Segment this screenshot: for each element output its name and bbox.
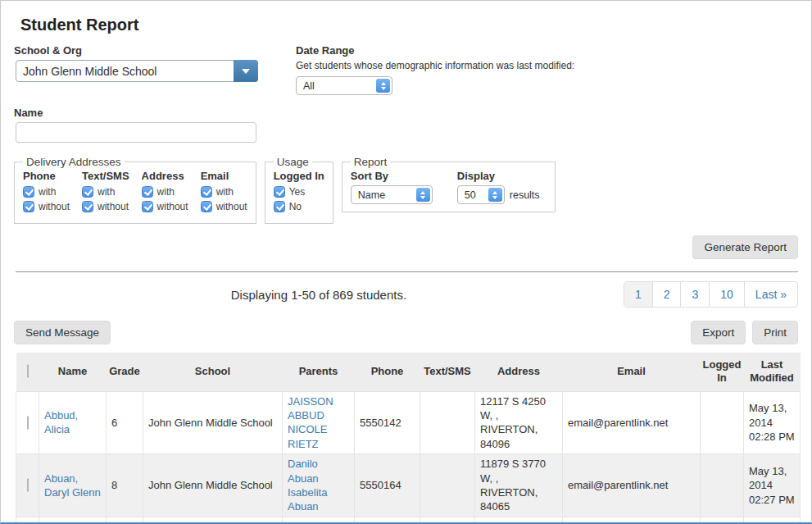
sort-by-select[interactable]: Name <box>351 185 433 204</box>
col-header-address[interactable]: Address <box>475 353 563 391</box>
page-button-3[interactable]: 3 <box>680 282 709 307</box>
email-with-checkbox[interactable] <box>201 186 212 198</box>
parents-cell: Myke Trupiano Shannon Reed <box>283 517 355 524</box>
logged-in-cell <box>701 454 744 517</box>
select-spinner-icon <box>488 188 502 202</box>
phone-cell: 5550142 <box>355 391 420 454</box>
email-cell: email@parentlink.net <box>563 391 701 454</box>
phone-with-checkbox[interactable] <box>23 186 34 198</box>
table-row: Abuan, Daryl Glenn 8 John Glenn Middle S… <box>16 454 801 517</box>
last-modified-cell: May 13, 2014 02:28 PM <box>744 391 801 454</box>
send-message-button[interactable]: Send Message <box>14 321 111 344</box>
logged-in-cell <box>701 517 744 524</box>
logged-in-cell <box>701 391 744 454</box>
school-org-selected-value: John Glenn Middle School <box>23 65 157 78</box>
student-name-link[interactable]: Abuan, Daryl Glenn <box>44 472 101 499</box>
generate-report-button[interactable]: Generate Report <box>692 235 798 259</box>
report-fieldset: Report Sort By Name Display 50 <box>342 156 556 212</box>
date-range-selected-value: All <box>303 80 315 92</box>
col-header-grade[interactable]: Grade <box>107 353 143 391</box>
textsms-with-label: with <box>98 186 115 198</box>
col-header-email[interactable]: Email <box>563 353 701 391</box>
parent-link[interactable]: JAISSON ABBUD <box>288 395 333 421</box>
school-cell: John Glenn Middle School <box>143 454 283 517</box>
textsms-cell <box>420 517 475 524</box>
col-header-textsms[interactable]: Text/SMS <box>420 353 475 391</box>
page-button-10[interactable]: 10 <box>709 282 744 307</box>
sort-by-selected-value: Name <box>358 189 385 201</box>
parent-link[interactable]: Danilo Abuan <box>288 458 319 484</box>
logged-in-yes-checkbox[interactable] <box>274 186 285 198</box>
phone-without-checkbox[interactable] <box>23 201 34 212</box>
email-without-checkbox[interactable] <box>201 201 212 212</box>
col-header-parents[interactable]: Parents <box>283 353 355 391</box>
email-group-label: Email <box>201 170 247 182</box>
usage-legend: Usage <box>274 156 312 168</box>
last-modified-cell: May 13, 2014 02:28 PM <box>744 517 801 524</box>
address-cell: 12117 S 4250 W, , RIVERTON, 84096 <box>475 391 563 454</box>
phone-with-label: with <box>39 186 56 198</box>
textsms-without-checkbox[interactable] <box>82 201 93 212</box>
email-cell: email@parentlink.net <box>563 454 701 517</box>
table-row: Abbud, Alicia 6 John Glenn Middle School… <box>16 391 801 454</box>
date-range-label: Date Range <box>296 44 574 57</box>
school-org-label: School & Org <box>14 44 293 57</box>
results-suffix-label: results <box>510 189 540 201</box>
name-filter-label: Name <box>14 107 798 119</box>
pagination: 1 2 3 10 Last » <box>624 281 798 308</box>
email-with-label: with <box>216 186 234 198</box>
report-legend: Report <box>351 156 391 168</box>
textsms-cell <box>420 454 475 517</box>
textsms-cell <box>420 391 475 454</box>
textsms-without-label: without <box>98 201 129 212</box>
address-with-checkbox[interactable] <box>142 186 153 198</box>
address-with-label: with <box>157 186 175 198</box>
student-name-link[interactable]: Abbud, Alicia <box>44 409 78 435</box>
phone-group-label: Phone <box>23 170 70 182</box>
row-checkbox[interactable] <box>27 416 29 430</box>
display-count-select[interactable]: 50 <box>457 185 505 204</box>
logged-in-no-label: No <box>289 201 302 212</box>
school-cell: John Glenn Middle School <box>143 391 283 454</box>
name-filter-input[interactable] <box>16 122 256 143</box>
export-button[interactable]: Export <box>691 321 746 344</box>
chevron-down-icon[interactable] <box>234 60 258 82</box>
filters-panel: School & Org John Glenn Middle School Da… <box>1 44 811 224</box>
page-button-1[interactable]: 1 <box>624 282 652 307</box>
logged-in-yes-label: Yes <box>289 186 306 198</box>
grade-cell: 6 <box>107 391 143 454</box>
page-button-2[interactable]: 2 <box>652 282 681 307</box>
col-header-name[interactable]: Name <box>39 353 107 391</box>
phone-cell: 5550164 <box>355 454 420 517</box>
select-spinner-icon <box>376 79 390 93</box>
parents-cell: Danilo Abuan Isabelita Abuan <box>283 454 355 517</box>
phone-without-label: without <box>39 201 70 212</box>
parent-link[interactable]: Isabelita Abuan <box>288 486 327 513</box>
phone-cell: 5555550154 <box>355 517 420 524</box>
email-without-label: without <box>216 201 247 212</box>
school-cell: John Glenn Middle School <box>143 517 283 524</box>
col-header-logged-in[interactable]: Logged In <box>701 353 744 391</box>
results-summary: Displaying 1-50 of 869 students. <box>14 288 624 302</box>
address-without-checkbox[interactable] <box>142 201 153 212</box>
col-header-last-modified[interactable]: Last Modified <box>744 353 801 391</box>
select-all-checkbox[interactable] <box>27 364 29 378</box>
print-button[interactable]: Print <box>752 321 798 344</box>
row-checkbox[interactable] <box>27 478 29 492</box>
students-table-wrap: Name Grade School Parents Phone Text/SMS… <box>16 353 798 524</box>
page-button-last[interactable]: Last » <box>744 282 797 307</box>
date-range-select[interactable]: All <box>296 76 392 95</box>
grade-cell: 8 <box>107 454 143 517</box>
logged-in-no-checkbox[interactable] <box>274 201 285 212</box>
school-org-select[interactable]: John Glenn Middle School <box>16 60 258 82</box>
display-label: Display <box>457 170 540 182</box>
textsms-with-checkbox[interactable] <box>82 186 93 198</box>
address-cell: 11879 S 3770 W, , RIVERTON, 84065 <box>475 454 563 517</box>
col-header-phone[interactable]: Phone <box>355 353 420 391</box>
table-header-row: Name Grade School Parents Phone Text/SMS… <box>16 353 801 391</box>
col-header-school[interactable]: School <box>143 353 283 391</box>
students-table: Name Grade School Parents Phone Text/SMS… <box>16 353 801 524</box>
parent-link[interactable]: Myke Trupiano <box>288 521 329 524</box>
address-without-label: without <box>157 201 188 212</box>
parent-link[interactable]: NICOLE RIETZ <box>288 423 327 449</box>
